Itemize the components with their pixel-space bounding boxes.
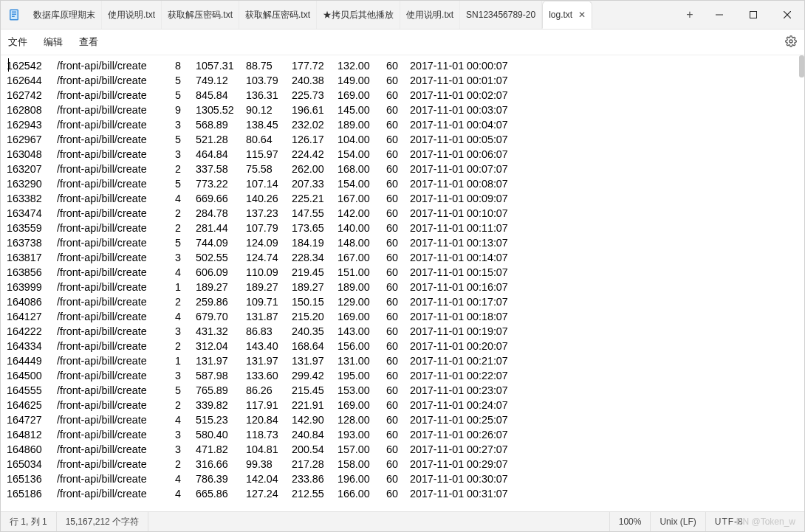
- minimize-button[interactable]: [702, 1, 736, 29]
- log-line: 164334/front-api/bill/create2312.04143.4…: [7, 339, 528, 353]
- log-line: 164500/front-api/bill/create3587.98133.6…: [7, 368, 528, 383]
- log-cell: /front-api/bill/create: [57, 58, 175, 73]
- log-cell: 145.00: [338, 103, 386, 117]
- menu-file[interactable]: 文件: [8, 35, 27, 49]
- editor-area[interactable]: 162542/front-api/bill/create81057.3188.7…: [1, 55, 804, 511]
- log-cell: /front-api/bill/create: [57, 73, 175, 88]
- log-cell: 3: [175, 117, 196, 132]
- log-cell: 60: [386, 58, 410, 73]
- menu-edit[interactable]: 编辑: [44, 35, 63, 49]
- log-cell: 150.15: [292, 294, 338, 309]
- tab-label: 使用说明.txt: [406, 9, 453, 21]
- log-cell: 163207: [7, 162, 57, 176]
- log-cell: 316.66: [196, 457, 246, 471]
- log-cell: 118.73: [246, 427, 292, 442]
- log-cell: /front-api/bill/create: [57, 206, 175, 221]
- log-cell: 131.97: [196, 353, 246, 368]
- log-cell: 137.23: [246, 206, 292, 221]
- log-cell: 225.73: [292, 88, 338, 103]
- log-cell: /front-api/bill/create: [57, 191, 175, 206]
- log-cell: 75.58: [246, 162, 292, 176]
- log-cell: 129.00: [338, 294, 386, 309]
- log-cell: 163856: [7, 265, 57, 280]
- log-cell: 153.00: [338, 383, 386, 398]
- menu-view[interactable]: 查看: [79, 35, 98, 49]
- log-cell: 60: [386, 324, 410, 339]
- log-cell: 240.84: [292, 427, 338, 442]
- tab-close-icon[interactable]: ✕: [578, 10, 586, 20]
- statusbar: 行 1, 列 1 15,167,212 个字符 100% Unix (LF) U…: [1, 511, 804, 531]
- log-cell: 1: [175, 353, 196, 368]
- log-cell: 2: [175, 339, 196, 353]
- log-cell: 60: [386, 412, 410, 427]
- tab[interactable]: 使用说明.txt: [400, 1, 460, 29]
- tab[interactable]: 获取解压密码.txt: [239, 1, 317, 29]
- tab[interactable]: 使用说明.txt: [102, 1, 162, 29]
- log-cell: 60: [386, 162, 410, 176]
- log-cell: 5: [175, 176, 196, 191]
- log-line: 164222/front-api/bill/create3431.3286.83…: [7, 324, 528, 339]
- log-cell: 60: [386, 132, 410, 147]
- vertical-scrollbar[interactable]: [799, 55, 804, 511]
- log-cell: 107.79: [246, 221, 292, 235]
- log-cell: 2017-11-01 00:24:07: [410, 398, 528, 412]
- log-cell: 240.38: [292, 73, 338, 88]
- maximize-button[interactable]: [736, 1, 770, 29]
- status-zoom[interactable]: 100%: [609, 512, 651, 531]
- log-cell: 60: [386, 235, 410, 250]
- log-cell: 2017-11-01 00:17:07: [410, 294, 528, 309]
- scrollbar-thumb[interactable]: [799, 55, 804, 77]
- log-cell: 189.00: [338, 280, 386, 294]
- log-cell: 60: [386, 486, 410, 501]
- log-cell: 4: [175, 191, 196, 206]
- log-cell: 60: [386, 206, 410, 221]
- tab[interactable]: 数据库原理期末: [27, 1, 102, 29]
- settings-button[interactable]: [785, 35, 797, 49]
- log-cell: 60: [386, 250, 410, 265]
- log-cell: 127.24: [246, 486, 292, 501]
- tab-active[interactable]: log.txt✕: [542, 1, 592, 29]
- log-cell: 2: [175, 221, 196, 235]
- log-cell: 60: [386, 442, 410, 457]
- log-cell: 2: [175, 206, 196, 221]
- log-cell: 164334: [7, 339, 57, 353]
- log-cell: 2: [175, 294, 196, 309]
- log-cell: 679.70: [196, 309, 246, 324]
- log-cell: 2017-11-01 00:05:07: [410, 132, 528, 147]
- log-cell: /front-api/bill/create: [57, 442, 175, 457]
- tab[interactable]: ★拷贝后其他播放: [317, 1, 400, 29]
- log-line: 165034/front-api/bill/create2316.6699.38…: [7, 457, 528, 471]
- log-cell: 132.00: [338, 58, 386, 73]
- log-cell: 193.00: [338, 427, 386, 442]
- log-cell: 149.00: [338, 73, 386, 88]
- tab-label: 数据库原理期末: [33, 9, 95, 21]
- status-line-ending[interactable]: Unix (LF): [650, 512, 705, 531]
- log-cell: 128.00: [338, 412, 386, 427]
- log-cell: 104.81: [246, 442, 292, 457]
- status-encoding[interactable]: UTF-8DN @Token_w: [705, 512, 804, 531]
- log-cell: 60: [386, 265, 410, 280]
- tab[interactable]: 获取解压密码.txt: [162, 1, 239, 29]
- close-button[interactable]: [770, 1, 804, 29]
- log-cell: 3: [175, 324, 196, 339]
- watermark-text: DN @Token_w: [736, 517, 795, 527]
- log-cell: 749.12: [196, 73, 246, 88]
- log-cell: /front-api/bill/create: [57, 147, 175, 162]
- svg-rect-5: [750, 12, 757, 18]
- log-cell: 464.84: [196, 147, 246, 162]
- add-tab-button[interactable]: +: [677, 1, 702, 29]
- log-cell: 2017-11-01 00:27:07: [410, 442, 528, 457]
- log-cell: 587.98: [196, 368, 246, 383]
- tab[interactable]: SN123456789-20: [460, 1, 542, 29]
- log-cell: 262.00: [292, 162, 338, 176]
- log-cell: 2017-11-01 00:29:07: [410, 457, 528, 471]
- log-cell: /front-api/bill/create: [57, 132, 175, 147]
- status-cursor-position: 行 1, 列 1: [1, 512, 57, 531]
- log-cell: 431.32: [196, 324, 246, 339]
- log-cell: 2017-11-01 00:15:07: [410, 265, 528, 280]
- log-line: 165136/front-api/bill/create4786.39142.0…: [7, 471, 528, 486]
- log-cell: 164500: [7, 368, 57, 383]
- log-cell: 845.84: [196, 88, 246, 103]
- log-cell: 107.14: [246, 176, 292, 191]
- log-cell: 207.33: [292, 176, 338, 191]
